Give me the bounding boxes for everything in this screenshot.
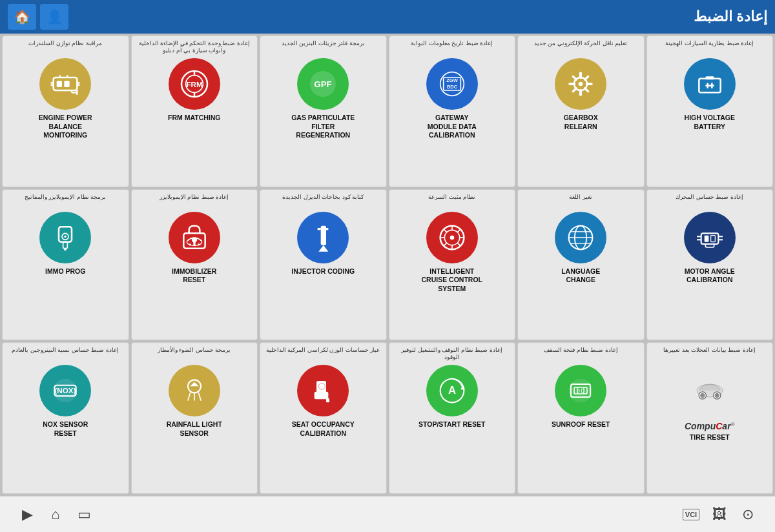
nav-gallery-button[interactable]: 🖼 [705,500,734,529]
svg-rect-42 [326,228,329,230]
svg-rect-75 [315,392,329,400]
card-label-high-voltage: HIGH VOLTAGEBATTERY [685,114,735,131]
card-sunroof[interactable]: إعادة ضبط نظام فتحة السقف ⊙D SUNROOF RES… [517,342,645,494]
svg-rect-32 [65,248,67,250]
svg-text:BDC: BDC [447,84,458,90]
svg-rect-31 [63,241,68,248]
header-action-icons: 🏠 👤 [8,4,68,30]
card-arabic-language: تغير اللغة [521,192,641,209]
card-label-sunroof: SUNROOF RESET [552,420,610,429]
card-label-motor-angle: MOTOR ANGLECALIBRATION [685,267,735,285]
svg-point-38 [198,243,200,245]
card-nox[interactable]: إعادة ضبط حساس نسبة النيتروجين بالعادم (… [2,342,129,494]
seat-occupancy-icon [297,365,349,416]
card-injector-coding[interactable]: كتابة كود بخاخات الديزل الجديدة INJECTOR… [260,189,387,341]
svg-rect-41 [318,228,321,230]
svg-text:GPF: GPF [315,79,332,89]
card-frm-matching[interactable]: إعادة ضبط وحدة التحكم في الإضاءة الداخلي… [131,36,258,187]
card-motor-angle[interactable]: إعادة ضبط حساس المحرك MOTOR ANGLECALIBRA… [646,189,774,341]
svg-point-88 [701,395,703,397]
immo-prog-icon [39,212,91,263]
card-arabic-injector: كتابة كود بخاخات الديزل الجديدة [263,192,384,209]
card-label-immo-prog: IMMO PROG [45,267,85,276]
svg-rect-61 [710,235,715,241]
card-gpf[interactable]: برمجة فلتر جزيئات البنزين الجديد GPF GAS… [260,36,387,187]
injector-icon [297,212,349,263]
svg-point-91 [716,395,718,397]
tire-icon [684,365,736,416]
card-tire-reset[interactable]: إعادة ضبط بيانات العجلات بعد تغييرها Com… [646,342,774,494]
card-engine-power[interactable]: مراقبة نظام توازن السلندرات ENGINE POWER… [2,36,129,187]
card-arabic-frm: إعادة ضبط وحدة التحكم في الإضاءة الداخلي… [134,39,255,56]
user-button[interactable]: 👤 [40,4,68,30]
card-arabic-immobilizer: إعادة ضبط نظام الإيموبلايزر [134,192,255,209]
card-label-gateway: GATEWAYMODULE DATACALIBRATION [428,114,477,140]
card-immo-prog[interactable]: برمجة نظام الإيموبلايزر والمفاتيح IMMO P… [2,189,129,341]
feature-grid: مراقبة نظام توازن السلندرات ENGINE POWER… [0,34,775,496]
sunroof-icon: ⊙D [555,365,606,416]
card-stop-start[interactable]: إعادة ضبط نظام التوقف والتشغيل لتوفير ال… [389,342,516,494]
high-voltage-icon [684,58,736,110]
card-arabic-icc: نظام مثبت السرعة [392,192,513,209]
nav-home-button[interactable]: ⌂ [41,500,70,529]
page-title: إعادة الضبط [694,8,767,25]
stop-start-icon: A [426,365,478,416]
card-arabic-stop-start: إعادة ضبط نظام التوقف والتشغيل لتوفير ال… [392,345,513,362]
svg-text:(NOX): (NOX) [55,386,76,394]
svg-text:ZGW: ZGW [446,77,458,83]
nav-back-button[interactable]: ▭ [70,500,98,529]
card-arabic-sunroof: إعادة ضبط نظام فتحة السقف [521,345,641,362]
nav-play-button[interactable]: ▶ [13,500,41,529]
home-button[interactable]: 🏠 [8,4,36,30]
card-immobilizer-reset[interactable]: إعادة ضبط نظام الإيموبلايزر IMMOBILIZERR… [131,189,258,341]
card-label-immobilizer: IMMOBILIZERRESET [172,267,216,285]
vci-label: VCI [683,509,699,520]
svg-point-77 [319,384,326,390]
svg-line-50 [443,229,446,232]
card-label-gpf: GAS PARTICULATEFILTERREGENERATION [291,114,355,140]
card-arabic-seat: عيار حساسات الوزن لكراسي المركبة الداخلي… [263,345,384,362]
svg-point-22 [579,82,583,87]
svg-rect-35 [193,241,195,245]
compucar-logo: CompuCar® [685,420,734,433]
card-arabic-rainfall: برمجة حساس الضوء والأمطار [134,345,255,362]
gpf-icon: GPF [297,58,349,110]
frm-icon: FRM [169,58,220,110]
svg-line-73 [198,393,200,400]
card-seat-occupancy[interactable]: عيار حساسات الوزن لكراسي المركبة الداخلي… [260,342,387,494]
card-gateway[interactable]: إعادة ضبط تاريخ معلومات البوابة ZGW BDC … [389,36,516,187]
card-arabic-gateway: إعادة ضبط تاريخ معلومات البوابة [392,39,513,56]
svg-rect-24 [705,76,714,79]
svg-line-71 [188,393,190,400]
card-gearbox[interactable]: تعليم ناقل الحركة الإلكتروني من جديد GEA… [517,36,645,187]
card-rainfall[interactable]: برمجة حساس الضوء والأمطار RAINFALL LIGHT… [131,342,258,494]
motor-angle-icon [684,212,736,263]
svg-text:A: A [448,384,456,396]
header: 🏠 👤 إعادة الضبط [0,0,775,34]
card-arabic-tire: إعادة ضبط بيانات العجلات بعد تغييرها [650,345,770,362]
language-icon [555,212,606,263]
svg-marker-40 [319,245,329,251]
svg-point-37 [189,243,191,245]
nav-vci-button[interactable]: VCI [677,500,705,529]
card-label-engine-power: ENGINE POWERBALANCEMONITORING [39,114,92,140]
nav-settings-button[interactable]: ⊙ [734,500,762,529]
svg-point-45 [450,235,454,240]
card-label-icc: INTELLIGENTCRUISE CONTROLSYSTEM [422,267,483,294]
card-icc[interactable]: نظام مثبت السرعة INTELLIGENTCRUISE CONTR… [389,189,516,341]
card-language[interactable]: تغير اللغة LANGUAGECHANGE [517,189,645,341]
card-arabic-immo-prog: برمجة نظام الإيموبلايزر والمفاتيح [5,192,126,209]
svg-line-51 [457,243,460,246]
card-high-voltage[interactable]: إعادة ضبط بطارية السيارات الهجينة HIGH V… [646,36,774,187]
immobilizer-icon [169,212,220,263]
card-arabic-nox: إعادة ضبط حساس نسبة النيتروجين بالعادم [5,345,126,362]
svg-rect-59 [701,233,718,244]
card-label-tire: TIRE RESET [690,433,730,442]
svg-rect-62 [705,244,714,247]
svg-rect-2 [65,81,70,87]
nox-icon: (NOX) [39,365,91,416]
card-arabic-high-voltage: إعادة ضبط بطارية السيارات الهجينة [650,39,770,56]
card-label-nox: NOX SENSORRESET [43,420,88,438]
card-label-gearbox: GEARBOXRELEARN [564,114,598,131]
card-label-stop-start: STOP/START RESET [418,420,485,429]
